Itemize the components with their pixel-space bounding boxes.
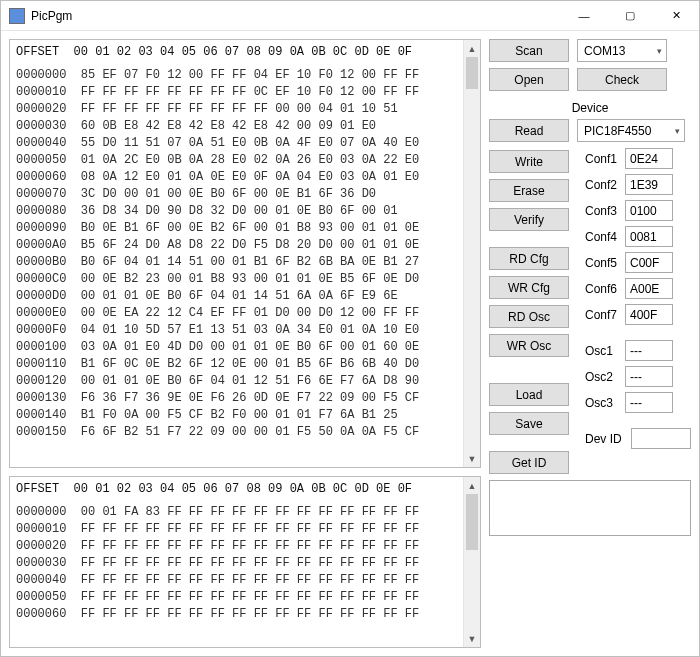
chevron-down-icon: ▾ — [657, 46, 662, 56]
conf6-input[interactable] — [625, 278, 673, 299]
conf7-label: Conf7 — [585, 308, 625, 322]
osc2-label: Osc2 — [585, 370, 625, 384]
devid-label: Dev ID — [585, 432, 631, 446]
com-port-value: COM13 — [584, 44, 625, 58]
rd-osc-button[interactable]: RD Osc — [489, 305, 569, 328]
left-column: OFFSET 00 01 02 03 04 05 06 07 08 09 0A … — [9, 39, 481, 648]
write-button[interactable]: Write — [489, 150, 569, 173]
osc1-label: Osc1 — [585, 344, 625, 358]
eeprom-hex-pane: OFFSET 00 01 02 03 04 05 06 07 08 09 0A … — [9, 476, 481, 648]
device-label: Device — [489, 101, 691, 115]
osc3-input[interactable] — [625, 392, 673, 413]
wr-osc-button[interactable]: WR Osc — [489, 334, 569, 357]
device-select[interactable]: PIC18F4550 ▾ — [577, 119, 685, 142]
conf4-label: Conf4 — [585, 230, 625, 244]
program-memory-hex-text[interactable]: OFFSET 00 01 02 03 04 05 06 07 08 09 0A … — [10, 40, 463, 467]
wr-cfg-button[interactable]: WR Cfg — [489, 276, 569, 299]
config-grid: Write Erase Verify RD Cfg WR Cfg RD Osc … — [489, 148, 691, 480]
conf1-input[interactable] — [625, 148, 673, 169]
content-area: OFFSET 00 01 02 03 04 05 06 07 08 09 0A … — [1, 31, 699, 656]
device-value: PIC18F4550 — [584, 124, 651, 138]
close-button[interactable]: ✕ — [653, 1, 699, 30]
scan-button[interactable]: Scan — [489, 39, 569, 62]
window-buttons: — ▢ ✕ — [561, 1, 699, 30]
eeprom-scrollbar[interactable]: ▲ ▼ — [463, 477, 480, 647]
osc1-input[interactable] — [625, 340, 673, 361]
scroll-up-icon[interactable]: ▲ — [464, 477, 480, 494]
conf2-input[interactable] — [625, 174, 673, 195]
verify-button[interactable]: Verify — [489, 208, 569, 231]
chevron-down-icon: ▾ — [675, 126, 680, 136]
program-memory-hex-pane: OFFSET 00 01 02 03 04 05 06 07 08 09 0A … — [9, 39, 481, 468]
load-button[interactable]: Load — [489, 383, 569, 406]
scroll-down-icon[interactable]: ▼ — [464, 630, 480, 647]
devid-input[interactable] — [631, 428, 691, 449]
conf3-label: Conf3 — [585, 204, 625, 218]
conf6-label: Conf6 — [585, 282, 625, 296]
check-button[interactable]: Check — [577, 68, 667, 91]
program-memory-scrollbar[interactable]: ▲ ▼ — [463, 40, 480, 467]
osc2-input[interactable] — [625, 366, 673, 387]
app-icon — [9, 8, 25, 24]
conf5-label: Conf5 — [585, 256, 625, 270]
open-button[interactable]: Open — [489, 68, 569, 91]
conf7-input[interactable] — [625, 304, 673, 325]
scroll-thumb[interactable] — [466, 57, 478, 89]
scroll-thumb[interactable] — [466, 494, 478, 550]
conf4-input[interactable] — [625, 226, 673, 247]
titlebar: PicPgm — ▢ ✕ — [1, 1, 699, 31]
com-port-select[interactable]: COM13 ▾ — [577, 39, 667, 62]
log-textarea[interactable] — [489, 480, 691, 536]
erase-button[interactable]: Erase — [489, 179, 569, 202]
conf3-input[interactable] — [625, 200, 673, 221]
save-button[interactable]: Save — [489, 412, 569, 435]
osc3-label: Osc3 — [585, 396, 625, 410]
right-column: Scan COM13 ▾ Open Check Device Read PIC1… — [489, 39, 691, 648]
maximize-button[interactable]: ▢ — [607, 1, 653, 30]
app-window: PicPgm — ▢ ✕ OFFSET 00 01 02 03 04 05 06… — [0, 0, 700, 657]
rd-cfg-button[interactable]: RD Cfg — [489, 247, 569, 270]
scroll-up-icon[interactable]: ▲ — [464, 40, 480, 57]
read-button[interactable]: Read — [489, 119, 569, 142]
conf2-label: Conf2 — [585, 178, 625, 192]
get-id-button[interactable]: Get ID — [489, 451, 569, 474]
app-title: PicPgm — [31, 9, 561, 23]
minimize-button[interactable]: — — [561, 1, 607, 30]
scroll-down-icon[interactable]: ▼ — [464, 450, 480, 467]
eeprom-hex-text[interactable]: OFFSET 00 01 02 03 04 05 06 07 08 09 0A … — [10, 477, 463, 647]
conf5-input[interactable] — [625, 252, 673, 273]
conf1-label: Conf1 — [585, 152, 625, 166]
